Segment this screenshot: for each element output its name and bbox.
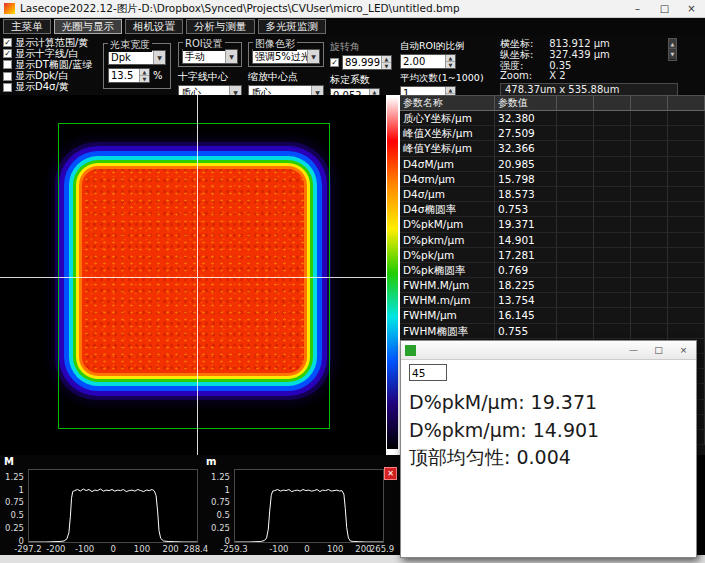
x-tick-label: -259.3 bbox=[220, 544, 247, 554]
profile-line-svg bbox=[235, 470, 383, 542]
empty-cell bbox=[594, 233, 631, 248]
scroll-up-icon[interactable]: ▲ bbox=[669, 39, 676, 49]
param-name-cell: D%pkm/μm bbox=[400, 233, 495, 248]
crosshair-center-label: 十字线中心 bbox=[178, 70, 242, 84]
rotation-angle-spinner[interactable]: 89.999 ▲ ▼ bbox=[342, 55, 392, 70]
x-tick-label: 200 bbox=[163, 544, 179, 554]
empty-cell bbox=[557, 157, 594, 172]
spin-down-icon[interactable]: ▼ bbox=[140, 76, 149, 82]
empty-cell bbox=[594, 248, 631, 263]
result-line-dpkM: D%pkM/μm: 19.371 bbox=[409, 389, 688, 417]
charts-close-button[interactable]: ✕ bbox=[384, 467, 397, 480]
checkbox-icon bbox=[3, 60, 12, 69]
param-name-cell: D%pk椭圆率 bbox=[400, 263, 495, 278]
tab-camera-settings[interactable]: 相机设置 bbox=[125, 19, 183, 34]
beam-image-canvas[interactable] bbox=[0, 95, 386, 455]
param-name-cell: D4σm/μm bbox=[400, 172, 495, 187]
y-tick-label: 0.25 bbox=[211, 523, 230, 533]
empty-cell bbox=[594, 324, 631, 339]
checkbox-icon: ✓ bbox=[3, 49, 12, 58]
spin-up-icon[interactable]: ▲ bbox=[140, 69, 149, 76]
header-empty bbox=[631, 95, 668, 111]
x-tick-label: 265.9 bbox=[370, 544, 394, 554]
tab-analysis-measure[interactable]: 分析与测量 bbox=[186, 19, 255, 34]
spin-down-icon[interactable]: ▼ bbox=[446, 62, 455, 68]
auto-roi-spinner[interactable]: 2.00 ▲ ▼ bbox=[400, 54, 456, 69]
empty-cell bbox=[594, 157, 631, 172]
empty-cell bbox=[557, 187, 594, 202]
tab-bar: 主菜单 光圈与显示 相机设置 分析与测量 多光斑监测 bbox=[0, 18, 705, 35]
empty-cell bbox=[668, 111, 705, 126]
empty-cell bbox=[668, 217, 705, 232]
averaging-label: 平均次数(1~1000) bbox=[400, 72, 494, 85]
tab-main-menu[interactable]: 主菜单 bbox=[3, 19, 51, 34]
popup-minimize-button[interactable]: — bbox=[621, 341, 646, 359]
beam-width-percent-spinner[interactable]: 13.5 ▲ ▼ bbox=[108, 68, 150, 83]
info-scrollbar[interactable]: ▲ ▼ bbox=[668, 38, 677, 61]
popup-close-button[interactable]: × bbox=[671, 341, 696, 359]
spinner-value: 2.00 bbox=[401, 55, 445, 68]
empty-cell bbox=[631, 217, 668, 232]
spin-down-icon[interactable]: ▼ bbox=[382, 63, 391, 69]
x-tick-label: -200 bbox=[46, 544, 65, 554]
table-row: FWHM/μm16.145 bbox=[400, 308, 705, 323]
param-value-cell: 27.509 bbox=[495, 126, 557, 141]
empty-cell bbox=[631, 233, 668, 248]
zoom-readout: Zoom: X 2 bbox=[500, 70, 700, 81]
tab-aperture-display[interactable]: 光圈与显示 bbox=[54, 19, 123, 34]
empty-cell bbox=[557, 248, 594, 263]
checkbox-icon bbox=[3, 83, 12, 92]
minimize-button[interactable]: – bbox=[624, 0, 651, 17]
app-icon bbox=[4, 3, 15, 14]
spin-up-icon[interactable]: ▲ bbox=[446, 55, 455, 62]
image-color-dropdown[interactable]: 强调5%过光 ▼ bbox=[252, 49, 320, 64]
empty-cell bbox=[668, 263, 705, 278]
table-row: FWHM.M/μm18.225 bbox=[400, 278, 705, 293]
checkbox-show-d4sigma[interactable]: 显示D4σ/黄 bbox=[3, 82, 92, 93]
param-name-cell: D4σM/μm bbox=[400, 157, 495, 172]
tab-multispot-monitor[interactable]: 多光斑监测 bbox=[258, 19, 327, 34]
param-value-cell: 20.985 bbox=[495, 157, 557, 172]
group-title: 光束宽度 bbox=[108, 38, 152, 52]
empty-cell bbox=[631, 126, 668, 141]
table-row: D%pk/μm17.281 bbox=[400, 248, 705, 263]
title-bar: Lasecope2022.12-图片-D:\Dropbox\Synced\Pro… bbox=[0, 0, 705, 18]
empty-cell bbox=[594, 126, 631, 141]
scroll-down-icon[interactable]: ▼ bbox=[669, 49, 676, 59]
spinner-value: 89.999 bbox=[343, 56, 381, 69]
result-line-uniformity: 顶部均匀性: 0.004 bbox=[409, 444, 688, 472]
image-color-column: 图像色彩 强调5%过光 ▼ 缩放中心点 质心 ▼ bbox=[248, 37, 324, 100]
empty-cell bbox=[668, 141, 705, 156]
popup-maximize-button[interactable]: □ bbox=[646, 341, 671, 359]
popup-body: D%pkM/μm: 19.371 D%pkm/μm: 14.901 顶部均匀性:… bbox=[401, 360, 696, 476]
popup-window-controls: — □ × bbox=[621, 341, 696, 359]
x-tick-label: 0 bbox=[304, 544, 309, 554]
empty-cell bbox=[557, 308, 594, 323]
table-row: D%pkm/μm14.901 bbox=[400, 233, 705, 248]
empty-cell bbox=[631, 187, 668, 202]
param-name-cell: 峰值Y坐标/μm bbox=[400, 141, 495, 156]
table-row: D4σm/μm15.798 bbox=[400, 172, 705, 187]
param-name-cell: FWHM椭圆率 bbox=[400, 324, 495, 339]
percent-label: % bbox=[153, 70, 163, 81]
rotation-column: 旋转角 ✓ 89.999 ▲ ▼ 标定系数 0.052 ▲ ▼ bbox=[330, 37, 394, 103]
empty-cell bbox=[668, 248, 705, 263]
rotation-checkbox[interactable]: ✓ bbox=[330, 58, 339, 67]
popup-threshold-input[interactable] bbox=[409, 364, 447, 381]
chart-plot-area bbox=[234, 469, 384, 543]
profile-chart-minor-axis: m 1.2510.750.50.250 -259.3-1000100200265… bbox=[204, 457, 390, 555]
beam-width-mode-dropdown[interactable]: Dpk ▼ bbox=[108, 50, 166, 65]
empty-cell bbox=[557, 293, 594, 308]
popup-title-bar: — □ × bbox=[401, 341, 696, 360]
roi-mode-dropdown[interactable]: 手动 ▼ bbox=[182, 49, 238, 64]
spin-up-icon[interactable]: ▲ bbox=[446, 87, 455, 94]
empty-cell bbox=[594, 278, 631, 293]
spin-up-icon[interactable]: ▲ bbox=[382, 56, 391, 63]
empty-cell bbox=[631, 263, 668, 278]
close-button[interactable]: × bbox=[678, 0, 705, 17]
param-name-cell: FWHM/μm bbox=[400, 308, 495, 323]
maximize-button[interactable]: □ bbox=[651, 0, 678, 17]
empty-cell bbox=[668, 293, 705, 308]
intensity-colorbar bbox=[387, 97, 398, 449]
roi-column: ROI设置 手动 ▼ 十字线中心 质心 ▼ bbox=[178, 37, 242, 100]
